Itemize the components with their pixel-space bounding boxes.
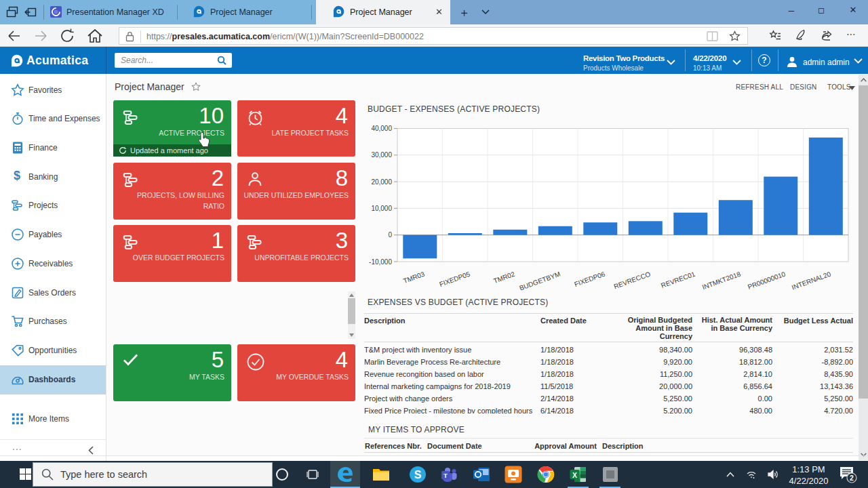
- svg-text:BUDGETBYM: BUDGETBYM: [518, 270, 561, 290]
- svg-text:T: T: [443, 472, 448, 479]
- svg-text:PR00000010: PR00000010: [747, 270, 787, 290]
- svg-text:FIXEDP05: FIXEDP05: [439, 270, 472, 288]
- svg-text:40,000: 40,000: [371, 125, 392, 132]
- svg-text:10,000: 10,000: [371, 205, 392, 212]
- svg-text:-10,000: -10,000: [369, 258, 392, 266]
- svg-text:20,000: 20,000: [371, 178, 392, 186]
- svg-text:REVREC01: REVREC01: [660, 270, 696, 289]
- svg-text:REVRECCO: REVRECCO: [613, 270, 652, 290]
- svg-text:S: S: [414, 469, 422, 481]
- svg-text:0: 0: [388, 231, 392, 239]
- svg-text:2: 2: [850, 474, 854, 482]
- svg-text:INTERNAL20: INTERNAL20: [791, 270, 832, 290]
- svg-text:30,000: 30,000: [371, 151, 392, 159]
- svg-text:TMR02: TMR02: [492, 270, 516, 285]
- svg-text:TMR03: TMR03: [402, 270, 426, 285]
- svg-text:FIXEDP06: FIXEDP06: [574, 270, 607, 288]
- svg-text:X: X: [572, 471, 577, 479]
- svg-text:INTMKT2018: INTMKT2018: [701, 270, 742, 290]
